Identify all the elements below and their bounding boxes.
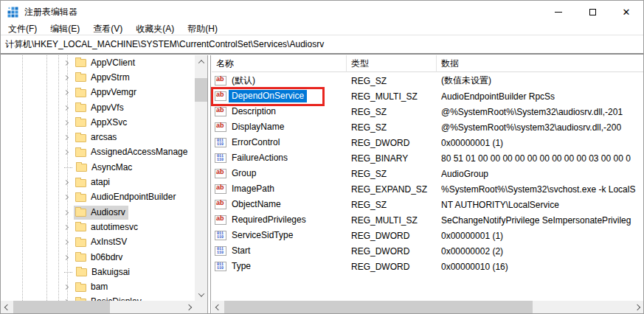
chevron-right-icon[interactable] bbox=[63, 285, 69, 290]
dword-value-icon bbox=[215, 138, 226, 147]
chevron-right-icon[interactable] bbox=[63, 90, 69, 95]
value-name: ServiceSidType bbox=[229, 229, 296, 242]
chevron-right-icon[interactable] bbox=[63, 225, 69, 230]
menu-file[interactable]: 文件(F) bbox=[1, 24, 44, 35]
chevron-right-icon[interactable] bbox=[63, 254, 69, 259]
string-value-icon bbox=[215, 76, 226, 86]
value-data: %SystemRoot%\System32\svchost.exe -k Loc… bbox=[437, 184, 643, 195]
value-row-displayname[interactable]: DisplayName REG_SZ @%SystemRoot%\system3… bbox=[212, 119, 643, 135]
string-value-icon bbox=[215, 169, 226, 178]
scroll-left-button[interactable] bbox=[212, 301, 224, 313]
scroll-up-button[interactable] bbox=[195, 55, 207, 68]
value-row-group[interactable]: Group REG_SZ AudioGroup bbox=[212, 166, 643, 181]
value-row-description[interactable]: Description REG_SZ @%SystemRoot%\System3… bbox=[212, 104, 643, 119]
value-row-start[interactable]: Start REG_DWORD 0x00000002 (2) bbox=[212, 243, 643, 259]
value-name: RequiredPrivileges bbox=[229, 214, 309, 226]
value-row-default[interactable]: (默认) REG_SZ (数值未设置) bbox=[212, 73, 643, 88]
value-type: REG_SZ bbox=[347, 107, 437, 117]
value-row-type[interactable]: Type REG_DWORD 0x00000010 (16) bbox=[212, 259, 643, 274]
value-name: (默认) bbox=[229, 74, 258, 88]
value-row-objectname[interactable]: ObjectName REG_SZ NT AUTHORITY\LocalServ… bbox=[212, 197, 643, 212]
regedit-app-icon bbox=[7, 7, 19, 18]
chevron-right-icon[interactable] bbox=[63, 75, 69, 80]
scrollbar-thumb[interactable] bbox=[195, 78, 207, 102]
value-list-pane: 名称 类型 数据 (默认) REG_SZ (数值未设置) DependOnSer… bbox=[210, 55, 643, 313]
chevron-right-icon[interactable] bbox=[63, 135, 69, 140]
registry-editor-window: 注册表编辑器 ✕ 文件(F) 编辑(E) 查看(V) 收藏夹(A) 帮助(H) … bbox=[0, 0, 644, 314]
chevron-right-icon[interactable] bbox=[63, 240, 69, 245]
tree-item-bam[interactable]: bam bbox=[1, 279, 195, 294]
chevron-right-icon[interactable] bbox=[63, 210, 69, 215]
column-header-type[interactable]: 类型 bbox=[347, 55, 437, 72]
scroll-left-button[interactable] bbox=[1, 301, 13, 313]
value-data: @%SystemRoot%\system32\audiosrv.dll,-200 bbox=[437, 122, 643, 133]
tree-item-appvclient[interactable]: AppVClient bbox=[1, 55, 195, 70]
tree-item-appxsvc[interactable]: AppXSvc bbox=[1, 115, 195, 130]
list-horizontal-scrollbar[interactable] bbox=[212, 301, 643, 313]
value-row-servicesidtype[interactable]: ServiceSidType REG_DWORD 0x00000001 (1) bbox=[212, 228, 643, 243]
tree-vertical-scrollbar[interactable] bbox=[195, 55, 207, 301]
folder-icon bbox=[75, 119, 86, 127]
tree-item-audiosrv[interactable]: Audiosrv bbox=[1, 205, 195, 220]
tree-item-label: AppvVfs bbox=[91, 102, 124, 113]
folder-icon bbox=[75, 223, 86, 231]
tree-item-b06bdrv[interactable]: b06bdrv bbox=[1, 250, 195, 265]
tree-item-bakuigsai[interactable]: Bakuigsai bbox=[1, 265, 195, 279]
scroll-right-button[interactable] bbox=[631, 301, 643, 313]
chevron-right-icon[interactable] bbox=[63, 150, 69, 155]
value-row-imagepath[interactable]: ImagePath REG_EXPAND_SZ %SystemRoot%\Sys… bbox=[212, 181, 643, 197]
tree-item-axinstsv[interactable]: AxInstSV bbox=[1, 235, 195, 250]
value-row-dependonservice[interactable]: DependOnService REG_MULTI_SZ AudioEndpoi… bbox=[212, 88, 643, 104]
tree-horizontal-scrollbar[interactable] bbox=[1, 301, 195, 313]
address-bar[interactable]: 计算机\HKEY_LOCAL_MACHINE\SYSTEM\CurrentCon… bbox=[1, 35, 643, 55]
registry-tree: AppVClient AppvStrm AppvVemgr AppvVfs Ap… bbox=[1, 55, 195, 310]
folder-icon bbox=[76, 268, 87, 276]
chevron-right-icon[interactable] bbox=[63, 195, 69, 200]
tree-item-autotimesvc[interactable]: autotimesvc bbox=[1, 220, 195, 234]
folder-icon bbox=[75, 74, 86, 82]
chevron-right-icon[interactable] bbox=[63, 180, 69, 185]
value-row-requiredprivileges[interactable]: RequiredPrivileges REG_MULTI_SZ SeChange… bbox=[212, 212, 643, 228]
maximize-button[interactable] bbox=[575, 1, 609, 24]
column-header-data[interactable]: 数据 bbox=[437, 55, 643, 72]
tree-item-assignedaccessmanager[interactable]: AssignedAccessManage bbox=[1, 145, 195, 160]
title-bar: 注册表编辑器 ✕ bbox=[1, 1, 643, 24]
menu-view[interactable]: 查看(V) bbox=[86, 24, 129, 35]
scrollbar-thumb[interactable] bbox=[13, 301, 110, 313]
scroll-right-button[interactable] bbox=[182, 301, 195, 313]
value-name: ErrorControl bbox=[229, 136, 283, 149]
tree-item-atapi[interactable]: atapi bbox=[1, 175, 195, 189]
tree-item-asyncmac[interactable]: AsyncMac bbox=[1, 160, 195, 175]
folder-icon bbox=[75, 134, 86, 142]
value-row-errorcontrol[interactable]: ErrorControl REG_DWORD 0x00000001 (1) bbox=[212, 135, 643, 150]
minimize-button[interactable] bbox=[541, 1, 575, 24]
folder-icon bbox=[75, 239, 86, 247]
value-row-failureactions[interactable]: FailureActions REG_BINARY 80 51 01 00 00… bbox=[212, 150, 643, 166]
tree-item-appvvemgr[interactable]: AppvVemgr bbox=[1, 86, 195, 100]
value-data: 0x00000010 (16) bbox=[437, 262, 643, 272]
chevron-right-icon[interactable] bbox=[63, 120, 69, 125]
value-type: REG_EXPAND_SZ bbox=[347, 184, 437, 195]
scrollbar-thumb[interactable] bbox=[224, 301, 533, 313]
chevron-right-icon[interactable] bbox=[63, 60, 69, 66]
menu-edit[interactable]: 编辑(E) bbox=[44, 24, 86, 35]
tree-item-appvstrm[interactable]: AppvStrm bbox=[1, 70, 195, 85]
close-button[interactable]: ✕ bbox=[609, 1, 643, 24]
tree-item-label: AppXSvc bbox=[91, 117, 127, 128]
value-name: Description bbox=[229, 105, 279, 118]
value-data: AudioEndpointBuilder RpcSs bbox=[437, 91, 643, 102]
menu-favorites[interactable]: 收藏夹(A) bbox=[129, 24, 181, 35]
arrow-right-icon bbox=[634, 304, 640, 310]
tree-item-appvvfs[interactable]: AppvVfs bbox=[1, 100, 195, 115]
column-header-name[interactable]: 名称 bbox=[212, 55, 347, 72]
menu-help[interactable]: 帮助(H) bbox=[181, 24, 224, 35]
arrow-left-icon bbox=[4, 304, 10, 310]
tree-item-label: AssignedAccessManage bbox=[91, 147, 187, 157]
tree-item-arcsas[interactable]: arcsas bbox=[1, 130, 195, 144]
chevron-right-icon[interactable] bbox=[63, 105, 69, 110]
tree-item-audioendpointbuilder[interactable]: AudioEndpointBuilder bbox=[1, 190, 195, 205]
window-title: 注册表编辑器 bbox=[24, 6, 77, 18]
value-data: 0x00000001 (1) bbox=[437, 231, 643, 241]
scroll-down-button[interactable] bbox=[195, 288, 207, 301]
menu-bar: 文件(F) 编辑(E) 查看(V) 收藏夹(A) 帮助(H) bbox=[1, 24, 643, 35]
